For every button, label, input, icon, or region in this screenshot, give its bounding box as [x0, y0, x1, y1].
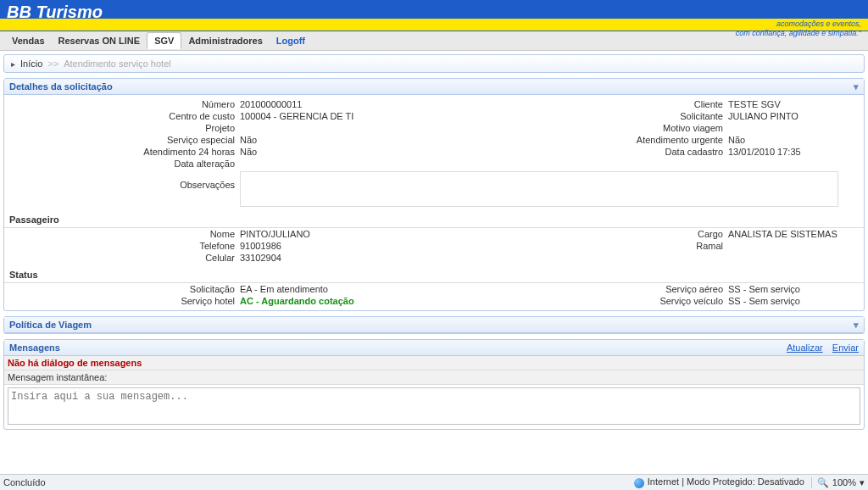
menu-admin[interactable]: Administradores — [181, 33, 269, 48]
panel-politica-header[interactable]: Política de Viagem ▾ — [4, 317, 864, 333]
breadcrumb-sep: >> — [47, 58, 58, 69]
val-centro: 100004 - GERENCIA DE TI — [240, 111, 434, 121]
panel-mensagens-header: Mensagens Atualizar Enviar — [4, 340, 864, 356]
menu-sgv[interactable]: SGV — [147, 32, 181, 49]
section-status: Status — [4, 267, 864, 283]
panel-politica: Política de Viagem ▾ — [3, 316, 865, 334]
panel-mensagens: Mensagens Atualizar Enviar Não há diálog… — [3, 339, 865, 430]
lbl-cliente: Cliente — [621, 99, 728, 109]
val-motivo — [728, 123, 864, 133]
val-dataalt — [240, 159, 434, 169]
val-solicitante: JULIANO PINTO — [728, 111, 864, 121]
observacoes-input[interactable] — [240, 171, 838, 207]
val-solic: EA - Em atendimento — [240, 284, 434, 294]
val-nome: PINTO/JULIANO — [240, 229, 434, 239]
app-header: BB Turismo MISSÃO BBTUR "Oferecer opções… — [0, 0, 868, 31]
lbl-urgente: Atendimento urgente — [621, 135, 728, 145]
menu-logoff[interactable]: Logoff — [270, 33, 312, 48]
zoom-control[interactable]: 🔍100% ▾ — [811, 477, 865, 488]
lbl-solicitante: Solicitante — [621, 111, 728, 121]
globe-icon — [634, 478, 644, 488]
lbl-numero: Número — [4, 99, 240, 109]
mission-line1: "Oferecer opções de viagens, — [736, 10, 861, 19]
mission-line2: acomodações e eventos, — [736, 19, 861, 29]
lbl-atend24: Atendimento 24 horas — [4, 147, 240, 157]
logo: BB Turismo — [7, 3, 103, 22]
lbl-dataalt: Data alteração — [4, 159, 240, 169]
lbl-hotel: Serviço hotel — [4, 296, 240, 306]
lbl-cargo: Cargo — [621, 229, 728, 239]
breadcrumb-arrow-icon[interactable]: ▸ — [11, 59, 15, 69]
collapse-icon[interactable]: ▾ — [854, 320, 859, 331]
lbl-veiculo: Serviço veículo — [621, 296, 728, 306]
breadcrumb: ▸ Início >> Atendimento serviço hotel — [3, 54, 865, 73]
menu-reservas[interactable]: Reservas ON LINE — [52, 33, 147, 48]
link-atualizar[interactable]: Atualizar — [787, 342, 823, 353]
breadcrumb-current: Atendimento serviço hotel — [64, 58, 171, 69]
val-cargo: ANALISTA DE SISTEMAS — [728, 229, 864, 239]
val-datacad: 13/01/2010 17:35 — [728, 147, 864, 157]
status-zone: Internet | Modo Protegido: Desativado — [634, 476, 804, 487]
msg-no-dialog: Não há diálogo de mensagens — [4, 356, 864, 370]
lbl-nome: Nome — [4, 229, 240, 239]
panel-mensagens-title: Mensagens — [9, 342, 60, 353]
val-cliente: TESTE SGV — [728, 99, 864, 109]
menu-vendas[interactable]: Vendas — [5, 33, 52, 48]
val-numero: 201000000011 — [240, 99, 434, 109]
content-area: ▸ Início >> Atendimento serviço hotel De… — [0, 51, 868, 476]
val-projeto — [240, 123, 434, 133]
val-urgente: Não — [728, 135, 864, 145]
lbl-motivo: Motivo viagem — [621, 123, 728, 133]
panel-detalhes: Detalhes da solicitação ▾ Número20100000… — [3, 78, 865, 311]
val-ramal — [728, 241, 864, 251]
panel-politica-title: Política de Viagem — [9, 320, 92, 330]
section-passageiro: Passageiro — [4, 212, 864, 228]
lbl-projeto: Projeto — [4, 123, 240, 133]
lbl-obs: Observações — [9, 171, 240, 190]
browser-statusbar: Concluído Internet | Modo Protegido: Des… — [0, 474, 868, 490]
status-left: Concluído — [3, 477, 46, 487]
msg-instant-label: Mensagem instantânea: — [4, 370, 864, 385]
lbl-aereo: Serviço aéreo — [621, 284, 728, 294]
lbl-servesp: Serviço especial — [4, 135, 240, 145]
collapse-icon[interactable]: ▾ — [854, 81, 859, 92]
lbl-centro: Centro de custo — [4, 111, 240, 121]
val-atend24: Não — [240, 147, 434, 157]
val-hotel: AC - Aguardando cotação — [240, 296, 434, 306]
lbl-ramal: Ramal — [621, 241, 728, 251]
zoom-value: 100% — [832, 477, 856, 487]
panel-detalhes-title: Detalhes da solicitação — [9, 81, 113, 92]
val-telefone: 91001986 — [240, 241, 434, 251]
val-aereo: SS - Sem serviço — [728, 284, 864, 294]
mission-block: MISSÃO BBTUR "Oferecer opções de viagens… — [736, 1, 861, 38]
val-celular: 33102904 — [240, 253, 434, 263]
panel-detalhes-header[interactable]: Detalhes da solicitação ▾ — [4, 79, 864, 95]
val-servesp: Não — [240, 135, 434, 145]
msg-input[interactable] — [8, 387, 860, 425]
mission-line3: com confiança, agilidade e simpatia." — [736, 29, 861, 38]
lbl-telefone: Telefone — [4, 241, 240, 251]
lbl-celular: Celular — [4, 253, 240, 263]
link-enviar[interactable]: Enviar — [832, 342, 859, 353]
chevron-down-icon[interactable]: ▾ — [860, 477, 865, 488]
lbl-datacad: Data cadastro — [621, 147, 728, 157]
mission-title: MISSÃO BBTUR — [736, 1, 861, 10]
val-veiculo: SS - Sem serviço — [728, 296, 864, 306]
lbl-solic: Solicitação — [4, 284, 240, 294]
breadcrumb-home[interactable]: Início — [20, 58, 42, 69]
magnifier-icon: 🔍 — [817, 477, 829, 488]
